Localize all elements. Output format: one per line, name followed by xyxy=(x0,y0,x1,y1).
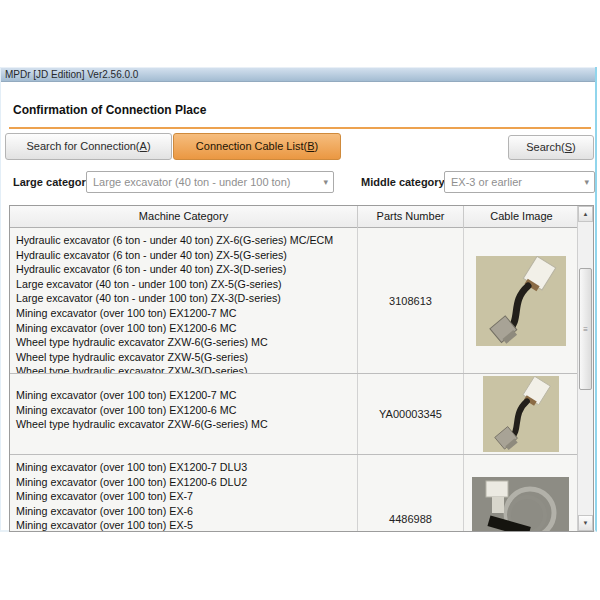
table-row[interactable]: Mining excavator (over 100 ton) EX1200-7… xyxy=(10,455,577,531)
machine-line: Mining excavator (over 100 ton) EX1200-6… xyxy=(16,321,353,336)
cable-photo xyxy=(476,256,566,346)
machine-line: Wheel type hydraulic excavator ZXW-3(D-s… xyxy=(16,364,353,373)
scroll-down-icon[interactable]: ▼ xyxy=(578,515,593,531)
parts-number-cell: 4486988 xyxy=(358,455,464,531)
machine-line: Wheel type hydraulic excavator ZXW-6(G-s… xyxy=(16,417,353,432)
machine-line: Mining excavator (over 100 ton) EX-7 xyxy=(16,489,353,504)
cable-photo xyxy=(483,376,559,452)
tab-label: ) xyxy=(314,140,318,152)
middle-category-dropdown[interactable]: EX-3 or earlier ▾ xyxy=(444,171,595,193)
button-label: Search( xyxy=(526,141,565,153)
machine-line: Mining excavator (over 100 ton) EX1200-6… xyxy=(16,403,353,418)
machine-line: Mining excavator (over 100 ton) EX1200-7… xyxy=(16,306,353,321)
machine-line: Mining excavator (over 100 ton) EX1200-7… xyxy=(16,460,353,475)
machine-line: Mining excavator (over 100 ton) EX-6 xyxy=(16,504,353,519)
tab-mnemonic: A xyxy=(140,140,147,152)
machine-category-cell: Mining excavator (over 100 ton) EX1200-7… xyxy=(10,374,358,454)
cable-image-cell xyxy=(464,455,577,531)
machine-line: Hydraulic excavator (6 ton - under 40 to… xyxy=(16,248,353,263)
vertical-scrollbar[interactable]: ▲ ≡ ▼ xyxy=(577,206,593,531)
middle-category-label: Middle category xyxy=(361,176,445,188)
page-title: Confirmation of Connection Place xyxy=(13,103,206,117)
table-row[interactable]: Hydraulic excavator (6 ton - under 40 to… xyxy=(10,228,577,374)
tab-label: Search for Connection( xyxy=(26,140,139,152)
machine-line: Wheel type hydraulic excavator ZXW-6(G-s… xyxy=(16,335,353,350)
table-header: Machine Category Parts Number Cable Imag… xyxy=(10,206,577,228)
machine-line: Large excavator (40 ton - under 100 ton)… xyxy=(16,291,353,306)
table-body: Hydraulic excavator (6 ton - under 40 to… xyxy=(10,228,577,531)
machine-category-cell: Mining excavator (over 100 ton) EX1200-7… xyxy=(10,455,358,531)
title-bar: MPDr [JD Edition] Ver2.56.0.0 xyxy=(1,67,595,82)
button-mnemonic: S xyxy=(565,141,572,153)
machine-line: Hydraulic excavator (6 ton - under 40 to… xyxy=(16,262,353,277)
button-label: ) xyxy=(572,141,576,153)
machine-line: Large excavator (40 ton - under 100 ton)… xyxy=(16,277,353,292)
window-title: MPDr [JD Edition] Ver2.56.0.0 xyxy=(5,69,138,80)
machine-line: Wheel type hydraulic excavator ZXW-5(G-s… xyxy=(16,350,353,365)
large-category-value: Large excavator (40 ton - under 100 ton) xyxy=(93,176,291,188)
scrollbar-grip-icon: ≡ xyxy=(583,325,588,334)
cable-image-cell xyxy=(464,228,577,373)
machine-line: Hydraulic excavator (6 ton - under 40 to… xyxy=(16,233,353,248)
large-category-label: Large category xyxy=(13,176,92,188)
column-header-machine-category[interactable]: Machine Category xyxy=(10,206,358,228)
table-row[interactable]: Mining excavator (over 100 ton) EX1200-7… xyxy=(10,374,577,455)
parts-number-cell: YA00003345 xyxy=(358,374,464,454)
machine-category-cell: Hydraulic excavator (6 ton - under 40 to… xyxy=(10,228,358,373)
tab-label: ) xyxy=(147,140,151,152)
machine-line: Mining excavator (over 100 ton) EX1200-6… xyxy=(16,475,353,490)
parts-number-cell: 3108613 xyxy=(358,228,464,373)
cable-list-table: Machine Category Parts Number Cable Imag… xyxy=(9,205,594,532)
scrollbar-thumb[interactable]: ≡ xyxy=(579,268,592,390)
search-button[interactable]: Search(S) xyxy=(508,135,594,160)
app-window: MPDr [JD Edition] Ver2.56.0.0 Confirmati… xyxy=(0,67,597,532)
column-header-cable-image[interactable]: Cable Image xyxy=(464,206,579,228)
tab-search-for-connection[interactable]: Search for Connection(A) xyxy=(5,133,172,160)
cable-image-cell xyxy=(464,374,577,454)
cable-photo xyxy=(472,477,569,531)
large-category-dropdown[interactable]: Large excavator (40 ton - under 100 ton)… xyxy=(86,171,334,193)
middle-category-value: EX-3 or earlier xyxy=(451,176,522,188)
tab-label: Connection Cable List( xyxy=(196,140,307,152)
chevron-down-icon: ▾ xyxy=(584,172,589,192)
machine-line: Mining excavator (over 100 ton) EX-5 xyxy=(16,518,353,531)
chevron-down-icon: ▾ xyxy=(323,172,328,192)
machine-line: Mining excavator (over 100 ton) EX1200-7… xyxy=(16,388,353,403)
scroll-up-icon[interactable]: ▲ xyxy=(578,206,593,222)
column-header-parts-number[interactable]: Parts Number xyxy=(358,206,464,228)
heading-divider xyxy=(9,127,591,129)
tab-connection-cable-list[interactable]: Connection Cable List(B) xyxy=(173,133,341,160)
